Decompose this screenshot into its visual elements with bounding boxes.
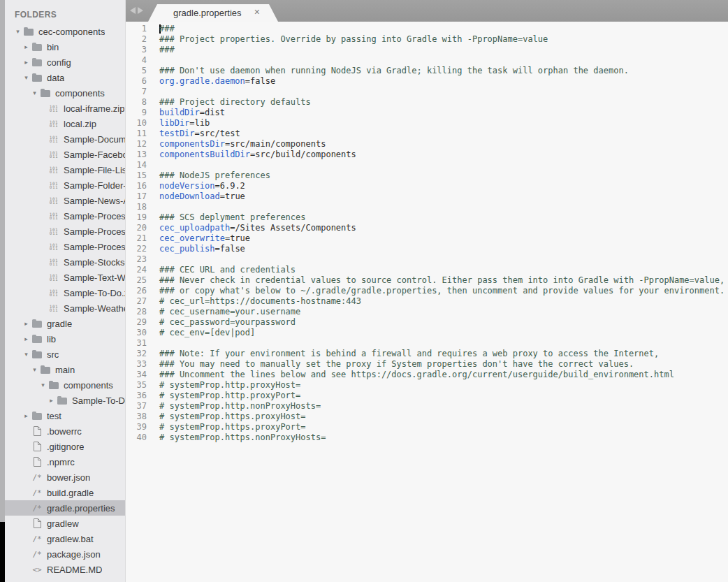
- line-number: 33: [126, 359, 147, 370]
- tree-item-gradle[interactable]: ▸gradle: [5, 316, 125, 331]
- document-icon: [31, 457, 43, 467]
- code-line[interactable]: 40# systemProp.https.nonProxyHosts=: [126, 432, 728, 443]
- code-line-text: # systemProp.https.proxyPort=: [159, 422, 306, 432]
- tree-item-components[interactable]: ▾components: [5, 377, 125, 393]
- code-line[interactable]: 6org.gradle.daemon=false: [126, 76, 728, 87]
- tree-item-sample-weather-[interactable]: 101011Sample-Weather-: [5, 300, 125, 316]
- code-line[interactable]: 32### Note: If your environment is behin…: [126, 349, 728, 359]
- code-line[interactable]: 20cec_uploadpath=/Sites Assets/Component…: [126, 223, 728, 233]
- disclosure-triangle-icon[interactable]: ▸: [22, 59, 31, 66]
- tree-item-build-gradle[interactable]: /*build.gradle: [5, 485, 125, 500]
- disclosure-triangle-icon[interactable]: ▸: [22, 43, 31, 50]
- tree-item-config[interactable]: ▸config: [5, 54, 125, 70]
- disclosure-triangle-icon[interactable]: ▸: [47, 397, 56, 404]
- code-editor[interactable]: 1###2### Project properties. Override by…: [126, 22, 728, 582]
- code-line[interactable]: 13componentsBuildDir=src/build/component…: [126, 150, 728, 160]
- disclosure-triangle-icon[interactable]: ▸: [22, 412, 31, 419]
- tree-item-data[interactable]: ▾data: [5, 70, 125, 85]
- tree-item-bower-json[interactable]: /*bower.json: [5, 470, 125, 485]
- code-line[interactable]: 25### Never check in credential values t…: [126, 275, 728, 286]
- disclosure-triangle-icon[interactable]: ▾: [30, 89, 39, 96]
- disclosure-triangle-icon[interactable]: ▾: [13, 28, 22, 35]
- zip-file-icon: 101011: [48, 228, 60, 235]
- tree-item-local-iframe-zip[interactable]: 101011local-iframe.zip: [5, 101, 125, 116]
- code-line[interactable]: 17nodeDownload=true: [126, 191, 728, 202]
- code-line[interactable]: 36# systemProp.http.proxyPort=: [126, 391, 728, 401]
- disclosure-triangle-icon[interactable]: ▾: [22, 351, 31, 358]
- code-line[interactable]: 23: [126, 254, 728, 265]
- tree-item-gradle-properties[interactable]: /*gradle.properties: [5, 500, 125, 516]
- tree-item-bin[interactable]: ▸bin: [5, 39, 125, 54]
- disclosure-triangle-icon[interactable]: ▾: [22, 74, 31, 81]
- folder-open-icon: [31, 73, 43, 82]
- code-line[interactable]: 2### Project properties. Override by pas…: [126, 34, 728, 45]
- code-line[interactable]: 30# cec_env=[dev|pod]: [126, 328, 728, 338]
- code-line[interactable]: 12componentsDir=src/main/components: [126, 139, 728, 150]
- tree-item-sample-news-ap[interactable]: 101011Sample-News-AP: [5, 193, 125, 208]
- code-line[interactable]: 37# systemProp.http.nonProxyHosts=: [126, 401, 728, 412]
- tree-item-cec-components[interactable]: ▾cec-components: [5, 24, 125, 39]
- disclosure-triangle-icon[interactable]: ▾: [30, 366, 39, 373]
- disclosure-triangle-icon[interactable]: ▸: [22, 335, 31, 342]
- code-line[interactable]: 22cec_publish=false: [126, 244, 728, 254]
- back-arrow-icon[interactable]: [130, 7, 136, 14]
- tree-item-label: Sample-To-Do.zip: [64, 288, 125, 298]
- tree-item-readme-md[interactable]: <>README.MD: [5, 562, 125, 577]
- tree-item--npmrc[interactable]: .npmrc: [5, 454, 125, 470]
- forward-arrow-icon[interactable]: [138, 7, 143, 14]
- code-line[interactable]: 18: [126, 202, 728, 212]
- tab-close-icon[interactable]: ×: [254, 6, 260, 17]
- tree-item-components[interactable]: ▾components: [5, 85, 125, 101]
- code-line[interactable]: 3###: [126, 45, 728, 55]
- code-line[interactable]: 5### Don't use daemon when running NodeJ…: [126, 66, 728, 76]
- tree-item-sample-file-list-[interactable]: 101011Sample-File-List.: [5, 162, 125, 177]
- code-line[interactable]: 35# systemProp.http.proxyHost=: [126, 380, 728, 391]
- code-line[interactable]: 7: [126, 87, 728, 97]
- code-line[interactable]: 27# cec_url=https://documents-hostname:4…: [126, 296, 728, 307]
- code-line[interactable]: 33### You may need to manually set the p…: [126, 359, 728, 370]
- code-line[interactable]: 4: [126, 55, 728, 66]
- code-line[interactable]: 8### Project directory defaults: [126, 97, 728, 108]
- tree-item-test[interactable]: ▸test: [5, 408, 125, 423]
- tree-item-gradlew-bat[interactable]: /*gradlew.bat: [5, 531, 125, 546]
- tree-item--gitignore[interactable]: .gitignore: [5, 439, 125, 454]
- code-line[interactable]: 19### SCS deplyment preferences: [126, 212, 728, 223]
- code-line[interactable]: 34### Uncomment the lines below and see …: [126, 370, 728, 380]
- code-line[interactable]: 10libDir=lib: [126, 118, 728, 129]
- code-line[interactable]: 15### NodeJS preferences: [126, 170, 728, 181]
- code-line[interactable]: 14: [126, 160, 728, 170]
- code-line[interactable]: 21cec_overwrite=true: [126, 233, 728, 244]
- code-line[interactable]: 1###: [126, 24, 728, 34]
- line-number: 17: [126, 191, 147, 202]
- code-line[interactable]: 9buildDir=dist: [126, 108, 728, 118]
- code-line[interactable]: 16nodeVersion=6.9.2: [126, 181, 728, 191]
- tree-item-sample-process-[interactable]: 101011Sample-Process-: [5, 239, 125, 254]
- tree-item-sample-process-[interactable]: 101011Sample-Process-: [5, 208, 125, 224]
- disclosure-triangle-icon[interactable]: ▾: [38, 381, 48, 388]
- tree-item-sample-faceboo[interactable]: 101011Sample-Faceboo: [5, 147, 125, 162]
- tree-item-local-zip[interactable]: 101011local.zip: [5, 116, 125, 131]
- tab-gradle-properties[interactable]: gradle.properties ×: [148, 4, 278, 22]
- tree-item-main[interactable]: ▾main: [5, 362, 125, 377]
- code-line[interactable]: 11testDir=src/test: [126, 129, 728, 139]
- tree-item-sample-process-[interactable]: 101011Sample-Process-: [5, 224, 125, 239]
- code-line[interactable]: 24### CEC URL and credentials: [126, 265, 728, 275]
- tree-item-sample-stocks-e[interactable]: 101011Sample-Stocks-E: [5, 254, 125, 270]
- code-line[interactable]: 38# systemProp.https.proxyHost=: [126, 412, 728, 422]
- tree-item-lib[interactable]: ▸lib: [5, 331, 125, 347]
- tree-item-sample-to-do-zip[interactable]: 101011Sample-To-Do.zip: [5, 285, 125, 300]
- tree-item-package-json[interactable]: /*package.json: [5, 546, 125, 562]
- disclosure-triangle-icon[interactable]: ▸: [22, 320, 31, 327]
- tree-item--bowerrc[interactable]: .bowerrc: [5, 423, 125, 439]
- code-line[interactable]: 31: [126, 338, 728, 349]
- code-line[interactable]: 28# cec_username=your.username: [126, 307, 728, 317]
- tree-item-src[interactable]: ▾src: [5, 347, 125, 362]
- tree-item-sample-to-do[interactable]: ▸Sample-To-Do: [5, 393, 125, 408]
- code-line[interactable]: 26### or copy what's below to ~/.gradle/…: [126, 286, 728, 296]
- tree-item-sample-text-with[interactable]: 101011Sample-Text-With: [5, 270, 125, 285]
- code-line[interactable]: 29# cec_password=yourpassword: [126, 317, 728, 328]
- tree-item-sample-folder-l[interactable]: 101011Sample-Folder-L: [5, 177, 125, 193]
- tree-item-sample-documen[interactable]: 101011Sample-Documen: [5, 131, 125, 147]
- code-line[interactable]: 39# systemProp.https.proxyPort=: [126, 422, 728, 432]
- tree-item-gradlew[interactable]: gradlew: [5, 516, 125, 531]
